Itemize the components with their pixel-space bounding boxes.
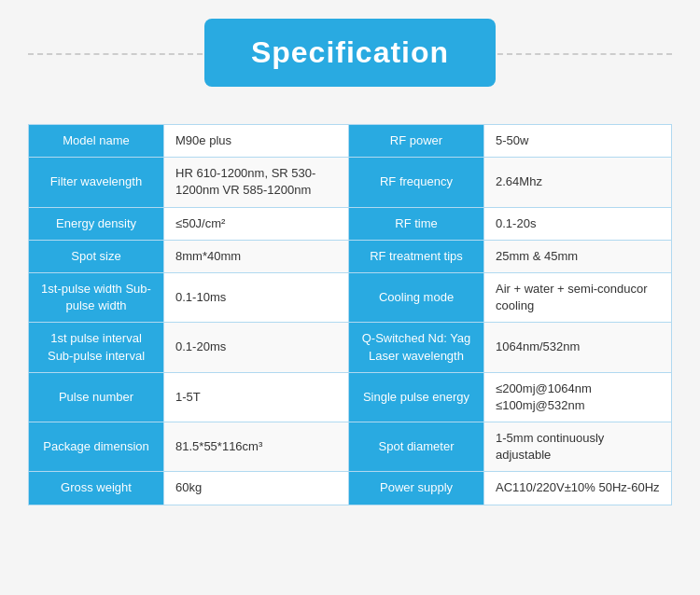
right-value-cell: 0.1-20s: [484, 207, 672, 240]
right-value-cell: 2.64Mhz: [484, 158, 672, 207]
table-row: 1st pulse interval Sub-pulse interval0.1…: [29, 323, 672, 372]
page-title: Specification: [204, 19, 496, 87]
header-section: Specification: [28, 19, 672, 87]
right-label-cell: RF frequency: [349, 158, 484, 207]
left-value-cell: M90e plus: [164, 125, 349, 158]
left-label-cell: Spot size: [29, 240, 164, 272]
table-row: Energy density≤50J/cm²RF time0.1-20s: [29, 207, 672, 240]
right-label-cell: RF power: [349, 125, 484, 158]
right-label-cell: Power supply: [349, 472, 484, 505]
left-label-cell: Gross weight: [29, 472, 164, 505]
table-row: 1st-pulse width Sub-pulse width0.1-10msC…: [29, 272, 672, 322]
table-row: Package dimension81.5*55*116cm³Spot diam…: [29, 422, 672, 472]
right-value-cell: AC110/220V±10% 50Hz-60Hz: [484, 472, 672, 505]
left-label-cell: Energy density: [29, 207, 164, 240]
right-label-cell: Single pulse energy: [349, 372, 484, 422]
right-value-cell: 1064nm/532nm: [484, 323, 672, 372]
left-label-cell: 1st-pulse width Sub-pulse width: [29, 272, 164, 322]
right-label-cell: RF time: [349, 207, 484, 240]
table-row: Spot size8mm*40mmRF treatment tips25mm &…: [29, 240, 672, 272]
left-value-cell: 0.1-10ms: [164, 272, 349, 322]
right-label-cell: Spot diameter: [349, 422, 484, 472]
spec-table-container: Model nameM90e plusRF power5-50wFilter w…: [28, 124, 672, 505]
left-value-cell: 60kg: [164, 472, 349, 505]
right-label-cell: Cooling mode: [349, 272, 484, 322]
left-label-cell: Pulse number: [29, 372, 164, 422]
left-value-cell: HR 610-1200nm, SR 530-1200nm VR 585-1200…: [164, 158, 349, 207]
table-row: Filter wavelengthHR 610-1200nm, SR 530-1…: [29, 158, 672, 207]
left-value-cell: ≤50J/cm²: [164, 207, 349, 240]
left-label-cell: Filter wavelength: [29, 158, 164, 207]
right-label-cell: Q-Switched Nd: Yag Laser wavelength: [349, 323, 484, 372]
table-row: Pulse number1-5TSingle pulse energy≤200m…: [29, 372, 672, 422]
left-value-cell: 0.1-20ms: [164, 323, 349, 372]
table-row: Model nameM90e plusRF power5-50w: [29, 125, 672, 158]
right-value-cell: 25mm & 45mm: [484, 240, 672, 272]
left-value-cell: 8mm*40mm: [164, 240, 349, 272]
right-label-cell: RF treatment tips: [349, 240, 484, 272]
table-row: Gross weight60kgPower supplyAC110/220V±1…: [29, 472, 672, 505]
left-label-cell: Model name: [29, 125, 164, 158]
right-value-cell: 1-5mm continuously adjustable: [484, 422, 672, 472]
right-value-cell: 5-50w: [484, 125, 672, 158]
spec-table: Model nameM90e plusRF power5-50wFilter w…: [28, 124, 672, 505]
left-value-cell: 1-5T: [164, 372, 349, 422]
left-label-cell: 1st pulse interval Sub-pulse interval: [29, 323, 164, 372]
left-label-cell: Package dimension: [29, 422, 164, 472]
right-value-cell: Air + water + semi-conducor cooling: [484, 272, 672, 322]
right-value-cell: ≤200mj@1064nm ≤100mj@532nm: [484, 372, 672, 422]
left-value-cell: 81.5*55*116cm³: [164, 422, 349, 472]
